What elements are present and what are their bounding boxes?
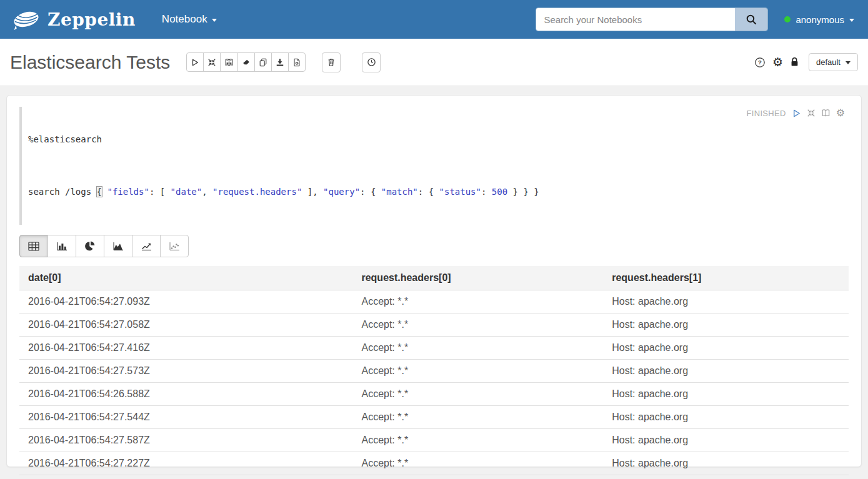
play-icon xyxy=(191,58,199,67)
table-cell: Host: apache.org xyxy=(603,452,849,475)
interpreter-binding-label: default xyxy=(816,57,841,67)
table-cell: Host: apache.org xyxy=(603,429,849,452)
table-header-row: date[0] request.headers[0] request.heade… xyxy=(19,266,849,290)
notebook-menu[interactable]: Notebook xyxy=(162,13,217,26)
code-token: : xyxy=(481,187,492,197)
viz-bar-chart-button[interactable] xyxy=(47,235,76,257)
table-row: 2016-04-21T06:54:27.416ZAccept: *.*Host:… xyxy=(19,337,849,360)
code-token: } } } xyxy=(507,187,539,197)
lock-icon[interactable] xyxy=(790,57,799,67)
chevron-down-icon xyxy=(846,61,851,64)
table-cell: Accept: *.* xyxy=(352,314,603,337)
collapse-icon[interactable] xyxy=(807,109,816,117)
paragraph-settings-gear-icon[interactable]: ⚙ xyxy=(836,108,845,118)
table-cell: 2016-04-21T06:54:27.416Z xyxy=(19,337,352,360)
clear-output-button[interactable] xyxy=(237,52,255,72)
version-control-button[interactable] xyxy=(362,52,381,72)
code-token: "match" xyxy=(381,187,418,197)
note-title[interactable]: Elasticsearch Tests xyxy=(10,52,170,73)
code-token: : [ xyxy=(149,187,171,197)
interpreter-line: %elasticsearch xyxy=(28,133,539,146)
table-cell: 2016-04-21T06:54:26.825Z xyxy=(19,475,352,479)
toggle-output-button[interactable] xyxy=(220,52,238,72)
book-icon xyxy=(224,58,234,67)
export-note-button[interactable] xyxy=(271,52,289,72)
search-icon xyxy=(746,14,757,26)
code-token: 500 xyxy=(492,187,507,197)
column-header-request-headers-1[interactable]: request.headers[1] xyxy=(603,266,849,290)
chevron-down-icon xyxy=(212,19,217,22)
table-cell: Accept: *.* xyxy=(352,360,603,383)
help-icon[interactable]: ? xyxy=(754,57,766,68)
code-line: search /logs { "fields": [ "date", "requ… xyxy=(28,185,539,199)
user-menu[interactable]: anonymous xyxy=(784,14,854,25)
table-cell: 2016-04-21T06:54:26.588Z xyxy=(19,383,352,406)
book-icon[interactable] xyxy=(821,109,831,117)
table-cell: Host: apache.org xyxy=(603,475,849,479)
result-table: date[0] request.headers[0] request.heade… xyxy=(19,266,849,479)
table-cell: Host: apache.org xyxy=(603,406,849,429)
eraser-icon xyxy=(242,58,251,67)
table-row: 2016-04-21T06:54:27.587ZAccept: *.*Host:… xyxy=(19,429,849,452)
note-titlebar: Elasticsearch Tests xyxy=(0,39,868,86)
table-cell: Host: apache.org xyxy=(603,314,849,337)
table-cell: Accept: *.* xyxy=(352,429,603,452)
viz-pie-chart-button[interactable] xyxy=(76,235,104,257)
clone-icon xyxy=(259,58,267,67)
table-row: 2016-04-21T06:54:26.825ZAccept: *.*Host:… xyxy=(19,475,849,479)
svg-text:?: ? xyxy=(758,59,762,66)
table-cell: 2016-04-21T06:54:27.058Z xyxy=(19,314,352,337)
code-token: , xyxy=(202,187,212,197)
code-token: "date" xyxy=(171,187,202,197)
clone-note-button[interactable] xyxy=(254,52,272,72)
table-cell: Host: apache.org xyxy=(603,360,849,383)
search-input[interactable] xyxy=(536,8,735,31)
code-token: "query" xyxy=(323,187,360,197)
code-editor[interactable]: %elasticsearch search /logs { "fields": … xyxy=(19,107,539,225)
gear-icon[interactable]: ⚙ xyxy=(772,56,783,68)
viz-area-chart-button[interactable] xyxy=(104,235,132,257)
online-status-icon xyxy=(784,16,791,22)
interpreter-binding-dropdown[interactable]: default xyxy=(809,53,858,71)
note-toolbar xyxy=(186,52,306,72)
notebook-menu-label: Notebook xyxy=(162,13,207,26)
column-header-date[interactable]: date[0] xyxy=(19,266,352,290)
table-cell: Host: apache.org xyxy=(603,290,849,314)
notebook-search xyxy=(536,7,768,31)
run-all-button[interactable] xyxy=(186,52,204,72)
chevron-down-icon xyxy=(849,19,854,22)
pie-chart-icon xyxy=(85,241,95,251)
note-body: %elasticsearch search /logs { "fields": … xyxy=(0,86,868,476)
paragraph: %elasticsearch search /logs { "fields": … xyxy=(6,95,862,467)
table-cell: Accept: *.* xyxy=(352,406,603,429)
table-icon xyxy=(28,242,39,251)
search-button[interactable] xyxy=(735,8,767,31)
run-paragraph-icon[interactable] xyxy=(792,109,801,118)
code-token: : { xyxy=(360,187,381,197)
table-row: 2016-04-21T06:54:27.573ZAccept: *.*Host:… xyxy=(19,360,849,383)
status-label: FINISHED xyxy=(747,109,786,118)
column-header-request-headers-0[interactable]: request.headers[0] xyxy=(352,266,603,290)
code-token: ], xyxy=(302,187,323,197)
toggle-code-button[interactable] xyxy=(203,52,221,72)
table-cell: Accept: *.* xyxy=(352,337,603,360)
commit-note-button[interactable] xyxy=(288,52,306,72)
table-cell: Host: apache.org xyxy=(603,383,849,406)
result-table-body: 2016-04-21T06:54:27.093ZAccept: *.*Host:… xyxy=(19,290,849,479)
collapse-icon xyxy=(207,58,216,67)
table-row: 2016-04-21T06:54:27.227ZAccept: *.*Host:… xyxy=(19,452,849,475)
username: anonymous xyxy=(796,14,844,25)
code-token: { xyxy=(97,187,102,197)
viz-scatter-chart-button[interactable] xyxy=(160,235,189,257)
table-row: 2016-04-21T06:54:27.544ZAccept: *.*Host:… xyxy=(19,406,849,429)
table-cell: 2016-04-21T06:54:27.544Z xyxy=(19,406,352,429)
table-cell: 2016-04-21T06:54:27.573Z xyxy=(19,360,352,383)
viz-line-chart-button[interactable] xyxy=(132,235,161,257)
bar-chart-icon xyxy=(56,242,67,251)
remove-note-button[interactable] xyxy=(322,52,341,72)
code-token: : { xyxy=(418,187,439,197)
zeppelin-brand[interactable]: Zeppelin xyxy=(11,8,136,31)
viz-table-button[interactable] xyxy=(19,235,48,257)
line-chart-icon xyxy=(141,242,152,251)
table-cell: Host: apache.org xyxy=(603,337,849,360)
